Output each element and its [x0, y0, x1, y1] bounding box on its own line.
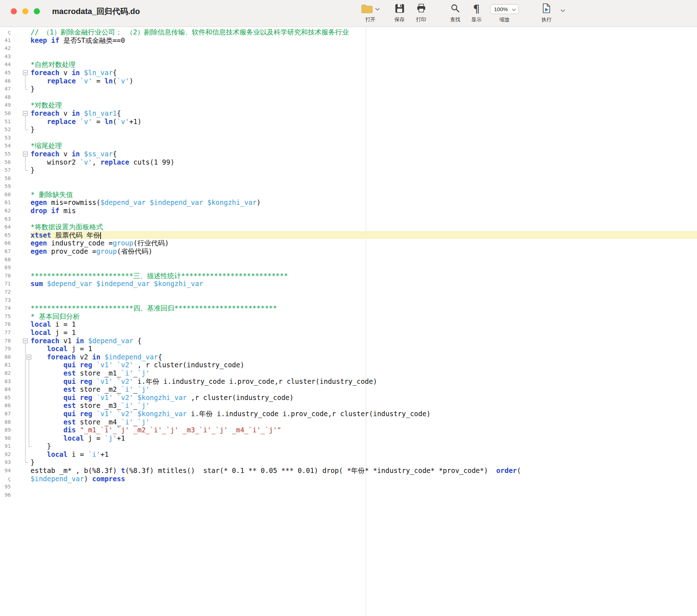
code-text[interactable]: foreach v in $ln_var{	[31, 69, 697, 77]
code-text[interactable]	[31, 44, 697, 52]
fold-toggle[interactable]	[23, 339, 28, 343]
code-text[interactable]: est store _m4_`i'_`j'	[31, 418, 697, 426]
code-text[interactable]: egen prov_code =group(省份代码)	[31, 247, 697, 256]
code-text[interactable]: sum $depend_var $independ_var $kongzhi_v…	[31, 280, 697, 288]
code-text[interactable]	[31, 288, 697, 296]
code-text[interactable]: local j = 1	[31, 328, 697, 337]
fold-toggle[interactable]	[23, 152, 28, 156]
code-text[interactable]: qui reg `v1' `v2' $kongzhi_var ,r cluste…	[31, 394, 697, 402]
line-number: 92	[0, 450, 11, 459]
code-text[interactable]: foreach v in $ln_var1{	[31, 109, 697, 118]
code-line: 88 est store _m4_`i'_`j'	[0, 418, 697, 426]
minimize-button[interactable]	[22, 8, 28, 14]
fold-toggle[interactable]	[23, 111, 28, 116]
code-text[interactable]: local i = `i'+1	[31, 450, 697, 459]
fold-column	[11, 28, 31, 36]
code-text[interactable]: }	[31, 458, 697, 466]
code-text[interactable]	[31, 483, 697, 491]
code-text[interactable]: est store _m2_`i'_`j'	[31, 385, 697, 394]
code-text[interactable]: *将数据设置为面板格式	[31, 223, 697, 231]
code-text[interactable]: winsor2 `v', replace cuts(1 99)	[31, 158, 697, 166]
open-button-label: 打开	[354, 17, 387, 23]
code-line: 49*对数处理	[0, 101, 697, 109]
code-text[interactable]: replace `v' = ln(`v'+1)	[31, 118, 697, 126]
code-text[interactable]: * 删除缺失值	[31, 190, 697, 199]
code-text[interactable]	[31, 491, 697, 499]
fold-column	[11, 215, 31, 223]
code-text[interactable]: }	[31, 166, 697, 174]
code-text[interactable]: replace `v' = ln(`v')	[31, 77, 697, 85]
code-text[interactable]: foreach v1 in $depend_var {	[31, 337, 697, 345]
fold-column	[11, 247, 31, 256]
code-text[interactable]: *对数处理	[31, 101, 697, 109]
code-text[interactable]: qui reg `v1' `v2' , r cluster(industry_c…	[31, 361, 697, 369]
code-text[interactable]: qui reg `v1' `v2' $kongzhi_var i.年份 i.in…	[31, 410, 697, 418]
zoom-select[interactable]: 100%	[490, 4, 519, 14]
print-button[interactable]: 打印	[412, 2, 430, 23]
code-text[interactable]: * 基本回归分析	[31, 312, 697, 321]
code-text[interactable]	[31, 134, 697, 142]
code-text[interactable]: drop if mis	[31, 207, 697, 215]
code-text[interactable]: }	[31, 442, 697, 450]
fold-column	[11, 101, 31, 109]
fold-toggle[interactable]	[27, 355, 31, 359]
code-editor[interactable]: ς// （1）剔除金融行业公司； （2）剔除信息传输、软件和信息技术服务业以及科…	[0, 27, 697, 616]
code-line: 54*缩尾处理	[0, 142, 697, 150]
run-options-chevron[interactable]	[560, 7, 565, 14]
line-number: 41	[0, 36, 11, 45]
code-text[interactable]: qui reg `v1' `v2' i.年份 i.industry_code i…	[31, 377, 697, 386]
line-number: 86	[0, 401, 11, 410]
code-line: 48	[0, 93, 697, 101]
fold-guide-corner	[25, 463, 28, 463]
code-text[interactable]: esttab _m* , b(%8.3f) t(%8.3f) mtitles()…	[31, 466, 697, 475]
code-line: 47}	[0, 85, 697, 93]
code-text[interactable]	[31, 93, 697, 101]
code-text[interactable]	[31, 182, 697, 190]
code-line: 51 replace `v' = ln(`v'+1)	[0, 118, 697, 126]
code-line: 68	[0, 256, 697, 264]
close-button[interactable]	[11, 8, 17, 14]
fold-column	[11, 77, 31, 85]
maximize-button[interactable]	[34, 8, 40, 14]
code-text[interactable]: // （1）剔除金融行业公司； （2）剔除信息传输、软件和信息技术服务业以及科学…	[31, 28, 697, 36]
code-text[interactable]: local i = 1	[31, 320, 697, 328]
fold-column	[11, 263, 31, 272]
code-text[interactable]	[31, 52, 697, 61]
code-text[interactable]: est store _m1_`i'_`j'	[31, 369, 697, 377]
code-text[interactable]: foreach v in $ss_var{	[31, 150, 697, 158]
code-text[interactable]	[31, 256, 697, 264]
fold-toggle[interactable]	[23, 70, 28, 75]
code-text[interactable]: egen industry_code =group(行业代码)	[31, 239, 697, 247]
code-text[interactable]	[31, 296, 697, 304]
code-text[interactable]: *自然对数处理	[31, 60, 697, 69]
code-line: 64*将数据设置为面板格式	[0, 223, 697, 231]
show-button[interactable]: ¶ 显示	[468, 2, 485, 23]
save-button[interactable]: 保存	[391, 2, 408, 23]
fold-column	[11, 190, 31, 199]
code-text[interactable]: }	[31, 125, 697, 134]
code-text[interactable]	[31, 215, 697, 223]
code-text[interactable]: *************************三、描述性统计********…	[31, 272, 697, 280]
code-text[interactable]: dis "_m1_`i'_`j' _m2_`i'_`j' _m3_`i'_`j'…	[31, 426, 697, 434]
code-text[interactable]: est store _m3_`i'_`j'	[31, 401, 697, 410]
code-text[interactable]: $independ_var) compress	[31, 475, 697, 483]
code-line: 77local j = 1	[0, 328, 697, 337]
open-button[interactable]: 打开	[354, 2, 387, 23]
code-text[interactable]: egen mis=rowmiss($depend_var $independ_v…	[31, 198, 697, 207]
code-text[interactable]: keep if 是否ST或金融类==0	[31, 36, 697, 45]
line-number: 61	[0, 198, 11, 207]
code-text[interactable]: }	[31, 85, 697, 93]
code-text[interactable]: xtset 股票代码 年份	[31, 231, 697, 239]
code-text[interactable]: *缩尾处理	[31, 142, 697, 150]
run-button[interactable]: 执行	[535, 2, 558, 23]
code-text[interactable]: *************************四、基准回归*********…	[31, 304, 697, 312]
fold-column	[11, 150, 31, 158]
code-text[interactable]	[31, 174, 697, 183]
folder-icon	[361, 4, 373, 15]
line-number: 42	[0, 44, 11, 52]
code-text[interactable]: foreach v2 in $independ_var{	[31, 353, 697, 361]
code-text[interactable]	[31, 263, 697, 272]
find-button[interactable]: 查找	[447, 2, 464, 23]
code-text[interactable]: local j = 1	[31, 345, 697, 353]
code-text[interactable]: local j = `j'+1	[31, 434, 697, 442]
